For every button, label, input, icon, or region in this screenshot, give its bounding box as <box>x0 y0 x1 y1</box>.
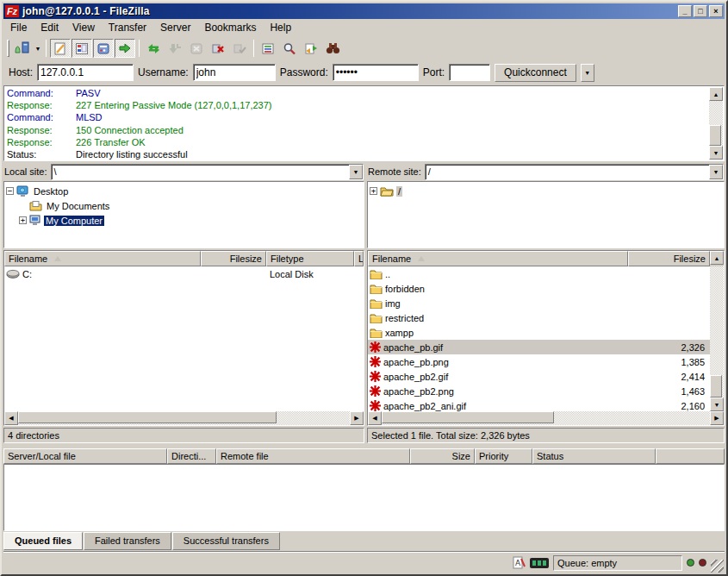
tab-successful-transfers[interactable]: Successful transfers <box>172 532 280 550</box>
folder-row[interactable]: xampp <box>368 325 710 340</box>
remote-site-combo[interactable]: / ▼ <box>425 164 724 180</box>
site-manager-dropdown[interactable]: ▼ <box>34 39 42 58</box>
queue-header: Server/Local file Directi... Remote file… <box>3 448 725 464</box>
folder-row[interactable]: forbidden <box>368 281 710 296</box>
column-header-priority[interactable]: Priority <box>475 448 532 464</box>
scroll-down-icon[interactable]: ▼ <box>709 146 723 160</box>
scroll-up-icon[interactable]: ▲ <box>710 251 724 265</box>
synchronized-browsing-button[interactable] <box>301 39 321 58</box>
expand-icon[interactable]: + <box>19 216 27 224</box>
cancel-operation-button[interactable] <box>186 39 207 58</box>
local-hscroll-thumb[interactable] <box>18 411 277 423</box>
disconnect-button[interactable] <box>208 39 228 58</box>
collapse-icon[interactable]: − <box>6 187 14 195</box>
column-header-remote-file[interactable]: Remote file <box>216 448 410 464</box>
process-queue-button[interactable] <box>165 39 185 58</box>
scroll-left-icon[interactable]: ◀ <box>368 411 382 425</box>
folder-row[interactable]: restricted <box>368 310 710 325</box>
file-row[interactable]: apache_pb2.png 1,463 <box>368 384 710 398</box>
combo-dropdown-icon[interactable]: ▼ <box>709 165 723 179</box>
queue-body[interactable] <box>3 464 725 531</box>
scroll-down-icon[interactable]: ▼ <box>710 398 724 411</box>
toggle-transfer-queue-button[interactable] <box>115 39 135 58</box>
scroll-left-icon[interactable]: ◀ <box>4 411 18 425</box>
menu-server[interactable]: Server <box>153 20 197 35</box>
site-manager-button[interactable] <box>12 39 33 58</box>
toolbar-grip[interactable] <box>7 40 9 57</box>
quickconnect-dropdown[interactable]: ▼ <box>581 64 594 82</box>
remote-file-list: Filename Filesize ▲ .. forbidden <box>367 250 725 426</box>
speed-limits-indicator-icon <box>530 558 549 568</box>
menu-file[interactable]: File <box>3 20 34 35</box>
quickconnect-button[interactable]: Quickconnect <box>495 64 576 82</box>
column-header-filesize[interactable]: Filesize <box>201 251 266 266</box>
column-header-server-local-file[interactable]: Server/Local file <box>3 448 167 464</box>
tree-item-desktop[interactable]: − Desktop <box>6 184 362 198</box>
minimize-button[interactable]: _ <box>678 5 692 17</box>
tree-item-label: My Documents <box>45 201 111 211</box>
column-header-status[interactable]: Status <box>532 448 656 464</box>
reconnect-button[interactable] <box>229 39 250 58</box>
port-input[interactable] <box>449 64 490 81</box>
scroll-right-icon[interactable]: ▶ <box>710 411 724 425</box>
tree-item-my-computer[interactable]: + My Computer <box>19 213 362 228</box>
column-header-size[interactable]: Size <box>410 448 475 464</box>
title-bar[interactable]: Fz john@127.0.0.1 - FileZilla _ □ × <box>3 3 725 19</box>
browser-panes: Local site: \ ▼ − Desktop <box>3 163 725 443</box>
column-header-lastmodified[interactable]: L <box>354 251 364 266</box>
menu-bookmarks[interactable]: Bookmarks <box>197 20 263 35</box>
close-button[interactable]: × <box>709 5 723 17</box>
column-header-filename[interactable]: Filename <box>368 251 628 266</box>
file-row[interactable]: apache_pb2.gif 2,414 <box>368 369 710 384</box>
file-row-c-drive[interactable]: C: Local Disk <box>4 266 364 281</box>
directory-comparison-button[interactable] <box>322 39 343 58</box>
disk-drive-icon <box>6 269 20 279</box>
tree-item-label: / <box>396 186 402 197</box>
local-site-combo[interactable]: \ ▼ <box>51 164 364 180</box>
column-header-filename[interactable]: Filename <box>4 251 201 266</box>
file-search-button[interactable] <box>279 39 300 58</box>
expand-icon[interactable]: + <box>370 187 377 195</box>
remote-vertical-scrollbar[interactable]: ▼ <box>710 266 724 411</box>
column-header-filetype[interactable]: Filetype <box>266 251 354 266</box>
maximize-button[interactable]: □ <box>694 5 707 17</box>
refresh-button[interactable] <box>143 39 164 58</box>
menu-view[interactable]: View <box>65 20 102 35</box>
remote-vscroll-thumb[interactable] <box>710 375 722 398</box>
password-input[interactable] <box>333 64 419 81</box>
tree-item-my-documents[interactable]: My Documents <box>19 198 362 213</box>
resize-grip[interactable] <box>711 560 724 573</box>
toggle-message-log-button[interactable] <box>50 39 71 58</box>
host-input[interactable] <box>37 64 134 81</box>
file-row-selected[interactable]: apache_pb.gif 2,326 <box>368 340 710 354</box>
log-scrollbar[interactable]: ▲ ▼ <box>709 87 723 160</box>
scroll-right-icon[interactable]: ▶ <box>350 411 364 425</box>
folder-row[interactable]: .. <box>368 266 710 281</box>
column-header-direction[interactable]: Directi... <box>167 448 216 464</box>
folder-icon <box>370 298 383 309</box>
remote-hscroll-thumb[interactable] <box>382 411 554 423</box>
log-scroll-thumb[interactable] <box>709 125 721 146</box>
menu-transfer[interactable]: Transfer <box>102 20 153 35</box>
remote-horizontal-scrollbar[interactable]: ◀ ▶ <box>368 411 724 425</box>
username-input[interactable] <box>193 64 276 81</box>
tab-failed-transfers[interactable]: Failed transfers <box>84 532 171 550</box>
local-horizontal-scrollbar[interactable]: ◀ ▶ <box>4 411 364 425</box>
tab-queued-files[interactable]: Queued files <box>3 532 83 550</box>
directory-listing-filters-button[interactable] <box>258 39 278 58</box>
scroll-up-icon[interactable]: ▲ <box>709 87 723 101</box>
tree-item-label: My Computer <box>44 216 104 226</box>
file-row[interactable]: apache_pb2_ani.gif 2,160 <box>368 398 710 411</box>
combo-dropdown-icon[interactable]: ▼ <box>349 165 363 179</box>
tree-item-root[interactable]: + / <box>370 184 722 198</box>
toggle-remote-tree-button[interactable] <box>93 39 114 58</box>
file-row[interactable]: apache_pb.png 1,385 <box>368 354 710 369</box>
toggle-local-tree-button[interactable] <box>72 39 92 58</box>
local-site-value: \ <box>52 165 349 179</box>
menu-help[interactable]: Help <box>263 20 298 35</box>
image-file-icon <box>370 385 381 397</box>
folder-row[interactable]: img <box>368 296 710 310</box>
menu-edit[interactable]: Edit <box>34 20 65 35</box>
transfer-type-indicator-icon: A <box>513 556 526 569</box>
column-header-filesize[interactable]: Filesize <box>628 251 710 266</box>
